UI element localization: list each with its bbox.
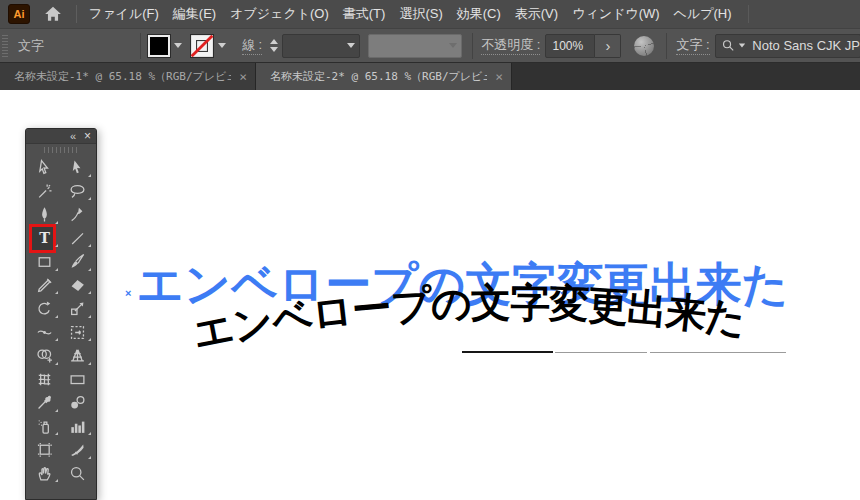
document-tab-2[interactable]: 名称未設定-2* @ 65.18 %（RGB/プレビュー）× (256, 63, 512, 90)
tools-grid: T (26, 156, 96, 485)
blend-tool[interactable] (61, 391, 94, 415)
stroke-weight-stepper[interactable] (270, 39, 278, 52)
document-tab-1[interactable]: 名称未設定-1* @ 65.18 %（RGB/プレビュー）× (0, 63, 256, 90)
character-link[interactable]: 文字 : (676, 36, 709, 55)
flyout-indicator (88, 315, 91, 318)
scale-tool[interactable] (61, 297, 94, 321)
gradient-tool[interactable] (61, 368, 94, 392)
opacity-link[interactable]: 不透明度 : (481, 36, 540, 55)
opacity-field[interactable]: 100% (545, 34, 595, 58)
flyout-indicator (88, 174, 91, 177)
menu-effect[interactable]: 効果(C) (457, 5, 501, 23)
type-icon: T (36, 230, 53, 247)
illustrator-window: Ai ファイル(F)編集(E)オブジェクト(O)書式(T)選択(S)効果(C)表… (0, 0, 860, 500)
fill-dropdown-button[interactable] (170, 43, 186, 48)
mesh-tool[interactable] (28, 368, 61, 392)
menu-type[interactable]: 書式(T) (343, 5, 386, 23)
menu-select[interactable]: 選択(S) (399, 5, 442, 23)
flyout-indicator (55, 362, 58, 365)
type-tool[interactable]: T (28, 227, 61, 251)
tab-close-icon[interactable]: × (231, 69, 247, 84)
context-panel-label: 文字 (18, 37, 44, 55)
selection-tool[interactable] (28, 156, 61, 180)
paintbrush-icon (69, 253, 86, 270)
menu-file[interactable]: ファイル(F) (89, 5, 159, 23)
direct-selection-tool[interactable] (61, 156, 94, 180)
shape-builder-tool[interactable] (28, 344, 61, 368)
zoom-tool[interactable] (61, 462, 94, 486)
perspective-grid-tool[interactable] (61, 344, 94, 368)
flyout-indicator (55, 315, 58, 318)
rectangle-tool[interactable] (28, 250, 61, 274)
tools-panel-header[interactable]: « × (26, 129, 96, 144)
menubar-divider-right (748, 5, 749, 23)
pencil-tool[interactable] (28, 274, 61, 298)
text-anchor-marker: × (125, 287, 131, 299)
slice-tool[interactable] (61, 438, 94, 462)
blend-icon (69, 394, 86, 411)
gradient-icon (69, 371, 86, 388)
rectangle-icon (36, 253, 53, 270)
width-tool[interactable] (28, 321, 61, 345)
curvature-tool[interactable] (61, 203, 94, 227)
lasso-tool[interactable] (61, 180, 94, 204)
divider (140, 33, 141, 59)
hand-icon (36, 465, 53, 482)
artboard-tool[interactable] (28, 438, 61, 462)
paintbrush-tool[interactable] (61, 250, 94, 274)
menu-view[interactable]: 表示(V) (515, 5, 558, 23)
perspective-grid-icon (69, 347, 86, 364)
hand-tool[interactable] (28, 462, 61, 486)
menu-edit[interactable]: 編集(E) (173, 5, 216, 23)
line-segment-tool[interactable] (61, 227, 94, 251)
magic-wand-tool[interactable] (28, 180, 61, 204)
eraser-tool[interactable] (61, 274, 94, 298)
free-transform-tool[interactable] (61, 321, 94, 345)
fill-color-swatch[interactable] (148, 35, 170, 57)
flyout-indicator (88, 432, 91, 435)
menu-window[interactable]: ウィンドウ(W) (572, 5, 659, 23)
rotate-tool[interactable] (28, 297, 61, 321)
column-graph-tool[interactable] (61, 415, 94, 439)
recolor-artwork-icon[interactable] (634, 36, 654, 56)
flyout-indicator (55, 432, 58, 435)
width-icon (36, 324, 53, 341)
stroke-dropdown-button[interactable] (214, 43, 230, 48)
tab-close-icon[interactable]: × (487, 69, 503, 84)
symbol-sprayer-tool[interactable] (28, 415, 61, 439)
artboard-canvas[interactable]: × エンベロープの文字変更出来た エンベロープの文字変更出来た « × T (0, 90, 860, 500)
shape-builder-icon (36, 347, 53, 364)
stroke-weight-link[interactable]: 線 : (242, 36, 262, 55)
panel-grip[interactable] (2, 35, 8, 57)
font-family-field[interactable]: Noto Sans CJK JP (715, 34, 860, 58)
eyedropper-tool[interactable] (28, 391, 61, 415)
divider (472, 33, 473, 59)
flyout-indicator (55, 338, 58, 341)
svg-text:T: T (39, 230, 50, 246)
flyout-indicator (88, 338, 91, 341)
stroke-color-swatch[interactable] (190, 34, 214, 58)
menu-help[interactable]: ヘルプ(H) (674, 5, 732, 23)
collapse-panel-icon[interactable]: « (70, 129, 76, 143)
app-icon[interactable]: Ai (8, 4, 30, 24)
tab-title: 名称未設定-1* @ 65.18 %（RGB/プレビュー） (14, 69, 231, 84)
eyedropper-icon (36, 394, 53, 411)
opacity-dropdown-button[interactable]: › (595, 34, 621, 58)
symbol-sprayer-icon (36, 418, 53, 435)
underline-segment (555, 352, 647, 353)
menu-object[interactable]: オブジェクト(O) (230, 5, 329, 23)
pen-tool[interactable] (28, 203, 61, 227)
magic-wand-icon (36, 183, 53, 200)
stroke-weight-field[interactable] (282, 34, 360, 58)
home-button[interactable] (44, 6, 62, 22)
selection-icon (36, 159, 53, 176)
underline-segment (462, 351, 553, 353)
chevron-down-icon (218, 43, 226, 48)
pencil-icon (36, 277, 53, 294)
close-panel-icon[interactable]: × (84, 129, 91, 143)
panel-drag-grip[interactable] (26, 144, 96, 156)
flyout-indicator (55, 479, 58, 482)
underline-segment (650, 352, 786, 353)
flyout-indicator (88, 197, 91, 200)
step-up-icon (270, 39, 278, 44)
